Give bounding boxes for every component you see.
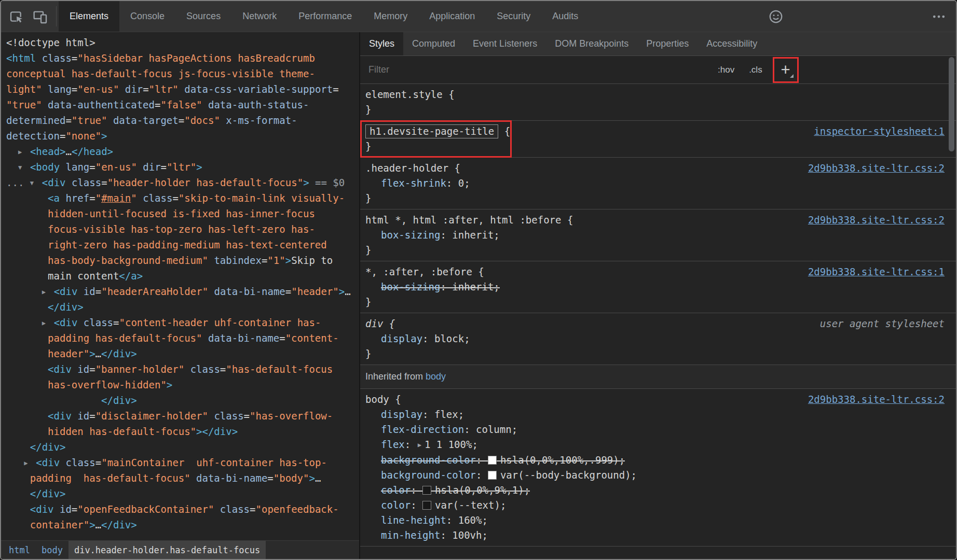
css-declaration[interactable]: color: hsla(0,0%,9%,1); [365,483,945,498]
stylesheet-link[interactable]: 2d9bb338.site-ltr.css:2 [808,161,945,176]
css-declaration[interactable]: box-sizing: inherit; [365,228,945,243]
dom-tree-line[interactable]: conceptual has-default-focus js-focus-vi… [6,66,359,81]
rule-selector[interactable]: html *, html :after, html :before { [365,213,573,228]
styles-tab-properties[interactable]: Properties [637,32,698,55]
dom-tree-line[interactable]: container">…</div> [6,517,359,533]
css-declaration[interactable]: line-height: 160%; [365,513,945,528]
color-swatch[interactable] [422,501,431,510]
dom-tree-line[interactable]: </div> [6,486,359,501]
css-declaration[interactable]: display: flex; [365,407,945,422]
dom-tree-line[interactable]: has-body-background-medium" tabindex="1"… [6,253,359,268]
rule-selector[interactable]: div { [365,316,395,331]
expand-shorthand-icon[interactable]: ▶ [418,441,421,449]
stylesheet-link[interactable]: inspector-stylesheet:1 [814,124,945,139]
expand-arrow-closed-icon[interactable]: ▶ [24,455,36,471]
selector-edit-box[interactable]: h1.devsite-page-title [365,124,498,138]
dom-tree-line[interactable]: </div> [6,439,359,455]
dom-tree-line[interactable]: has-overflow-hidden"> [6,377,359,393]
element-classes-toggle[interactable]: .cls [749,65,762,75]
styles-tab-event-listeners[interactable]: Event Listeners [464,32,546,55]
styles-tab-styles[interactable]: Styles [360,32,403,55]
stylesheet-link[interactable]: 2d9bb338.site-ltr.css:1 [808,264,945,279]
dom-tree-line[interactable]: ▶<div class="content-header uhf-containe… [6,315,359,330]
code-token: ... [6,177,30,188]
inspect-element-icon[interactable] [5,6,27,27]
css-declaration[interactable]: background-color: hsla(0,0%,100%,.999); [365,453,945,468]
dom-tree-line[interactable]: padding has-default-focus" data-bi-name=… [6,470,359,486]
css-declaration[interactable]: flex-shrink: 0; [365,176,945,191]
tab-performance[interactable]: Performance [288,1,363,32]
dom-tree-line[interactable]: <div id="openFeedbackContainer" class="o… [6,501,359,517]
dom-tree-line[interactable]: right-zero has-padding-medium has-text-c… [6,237,359,253]
dom-tree-line[interactable]: light" lang="en-us" dir="ltr" data-css-v… [6,81,359,97]
dom-tree-line[interactable]: <div id="banner-holder" class="has-defau… [6,361,359,377]
tab-sources[interactable]: Sources [175,1,231,32]
dom-tree-line[interactable]: header">…</div> [6,346,359,361]
scrollbar-thumb[interactable] [949,57,954,151]
tab-network[interactable]: Network [231,1,288,32]
stylesheet-link[interactable]: 2d9bb338.site-ltr.css:2 [808,392,945,407]
dom-tree-line[interactable]: <html class="hasSidebar hasPageActions h… [6,50,359,66]
dom-tree-line[interactable]: ▶<head>…</head> [6,144,359,159]
dom-tree-line[interactable]: ... ▼<div class="header-holder has-defau… [6,175,359,190]
dom-tree-line[interactable]: ▼<body lang="en-us" dir="ltr"> [6,159,359,175]
css-declaration[interactable]: box-sizing: inherit; [365,279,945,295]
expand-arrow-open-icon[interactable]: ▼ [30,175,42,191]
expand-arrow-closed-icon[interactable]: ▶ [42,315,54,331]
color-swatch[interactable] [488,456,497,465]
tab-security[interactable]: Security [486,1,541,32]
expand-arrow-open-icon[interactable]: ▼ [18,160,30,175]
breadcrumb-body[interactable]: body [36,541,69,559]
tab-audits[interactable]: Audits [541,1,589,32]
tab-memory[interactable]: Memory [363,1,418,32]
rule-selector[interactable]: h1.devsite-page-title { [365,124,510,139]
color-swatch[interactable] [422,486,431,495]
dom-tree-line[interactable]: main content</a> [6,268,359,284]
dom-tree-line[interactable]: ▶<div id="headerAreaHolder" data-bi-name… [6,284,359,299]
inherited-from-node-link[interactable]: body [426,371,446,382]
code-token: container" [6,519,89,530]
dom-tree-line[interactable]: determined="true" data-target="docs" x-m… [6,113,359,128]
expand-arrow-closed-icon[interactable]: ▶ [42,284,54,300]
tab-elements[interactable]: Elements [59,1,119,32]
css-declaration[interactable]: flex-direction: column; [365,422,945,437]
tab-console[interactable]: Console [119,1,175,32]
breadcrumb-html[interactable]: html [3,541,36,559]
expand-arrow-closed-icon[interactable]: ▶ [18,144,30,160]
tab-application[interactable]: Application [418,1,486,32]
styles-filter-input[interactable] [368,64,703,75]
rule-selector[interactable]: *, :after, :before { [365,264,484,279]
dom-tree-line[interactable]: detection="none"> [6,128,359,144]
css-declaration[interactable]: color: var(--text); [365,498,945,513]
dom-tree-line[interactable]: ▶<div class="mainContainer uhf-container… [6,455,359,470]
css-declaration[interactable]: flex: ▶1 1 100%; [365,437,945,453]
dom-tree-line[interactable]: padding has-default-focus" data-bi-name=… [6,330,359,346]
dom-tree-line[interactable]: <a href="#main" class="skip-to-main-link… [6,190,359,206]
dom-tree-line[interactable]: hidden-until-focused is-fixed has-inner-… [6,206,359,221]
new-style-rule-button[interactable]: + [775,59,797,81]
dom-tree-line[interactable]: hidden has-default-focus"></div> [6,424,359,439]
dom-tree-line[interactable]: <div id="disclaimer-holder" class="has-o… [6,408,359,424]
dom-tree-line[interactable]: <!doctype html> [6,35,359,50]
rule-selector[interactable]: .header-holder { [365,161,460,176]
device-toolbar-icon[interactable] [29,6,51,27]
feedback-smiley-icon[interactable] [765,6,787,27]
breadcrumb-div-header-holder-has-default-[interactable]: div.header-holder.has-default-focus [69,541,266,559]
more-options-icon[interactable] [928,6,950,27]
rule-selector[interactable]: body { [365,392,401,407]
dom-tree-line[interactable]: </div> [6,299,359,315]
styles-tab-dom-breakpoints[interactable]: DOM Breakpoints [546,32,637,55]
css-declaration[interactable]: min-height: 100vh; [365,528,945,543]
stylesheet-link[interactable]: 2d9bb338.site-ltr.css:2 [808,213,945,228]
dom-tree-line[interactable]: focus-visible has-top-zero has-left-zero… [6,221,359,237]
rule-selector[interactable]: element.style { [365,87,455,102]
dom-tree-line[interactable]: "true" data-authenticated="false" data-a… [6,97,359,113]
dom-tree-line[interactable]: </div> [6,393,359,408]
code-token: determined [6,115,65,126]
color-swatch[interactable] [488,471,497,480]
styles-tab-accessibility[interactable]: Accessibility [698,32,766,55]
css-declaration[interactable]: display: block; [365,331,945,346]
styles-tab-computed[interactable]: Computed [403,32,464,55]
css-declaration[interactable]: background-color: var(--body-background)… [365,468,945,483]
pseudo-state-toggle[interactable]: :hov [718,65,734,75]
